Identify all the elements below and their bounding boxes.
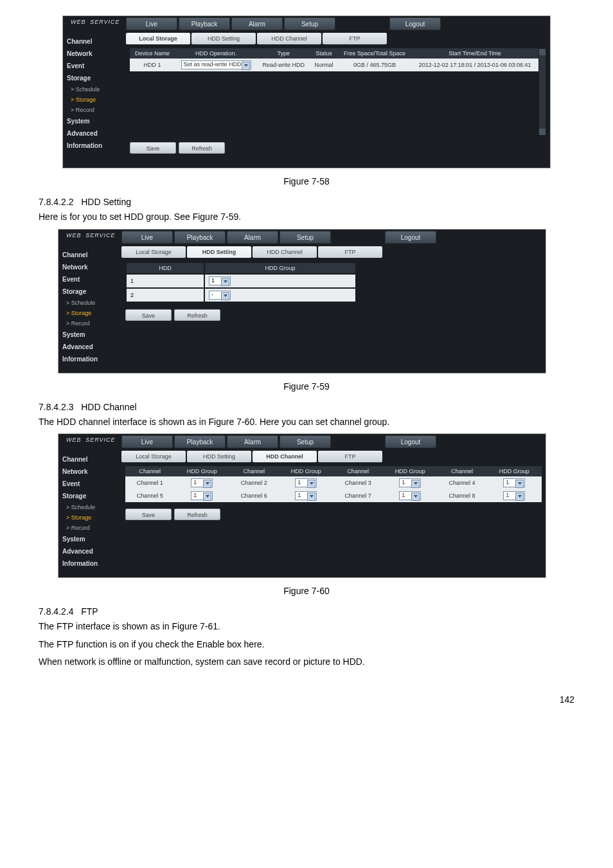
brand-logo: WEB SERVICE — [58, 230, 121, 245]
sidebar-schedule[interactable]: > Schedule — [63, 84, 126, 95]
sidebar-storage-sub[interactable]: > Storage — [58, 512, 121, 523]
refresh-button[interactable]: Refresh — [174, 509, 220, 520]
sidebar-network[interactable]: Network — [58, 466, 121, 478]
channel-group-select[interactable]: 1 — [399, 491, 421, 500]
tab-live[interactable]: Live — [126, 17, 177, 30]
cell-channel: Channel 2 — [229, 476, 278, 489]
figure-caption-59: Figure 7-59 — [39, 381, 574, 392]
sidebar-schedule[interactable]: > Schedule — [58, 298, 121, 308]
th-status: Status — [310, 48, 337, 59]
sidebar-network[interactable]: Network — [63, 48, 126, 60]
sidebar-channel[interactable]: Channel — [58, 249, 121, 261]
sidebar-information[interactable]: Information — [58, 557, 121, 570]
subtab-ftp[interactable]: FTP — [318, 246, 382, 258]
hdd-operation-select[interactable]: Set as read-write HDD — [181, 60, 251, 69]
tab-playback[interactable]: Playback — [179, 17, 230, 30]
channel-group-select[interactable]: 1 — [295, 491, 317, 500]
th-hdd-group: HDD Group — [382, 466, 438, 476]
sidebar-storage[interactable]: Storage — [58, 285, 121, 298]
tab-setup[interactable]: Setup — [280, 231, 331, 244]
tab-setup[interactable]: Setup — [284, 17, 335, 30]
refresh-button[interactable]: Refresh — [179, 142, 225, 154]
subtab-local-storage[interactable]: Local Storage — [121, 246, 186, 258]
channel-group-select[interactable]: 1 — [295, 478, 317, 487]
subtab-local-storage[interactable]: Local Storage — [126, 33, 190, 44]
sidebar-advanced[interactable]: Advanced — [58, 341, 121, 353]
tab-alarm[interactable]: Alarm — [227, 231, 278, 244]
sidebar-advanced[interactable]: Advanced — [63, 127, 126, 140]
sidebar-system[interactable]: System — [58, 533, 121, 545]
hdd-group-select[interactable]: - — [209, 291, 231, 300]
subtab-local-storage[interactable]: Local Storage — [121, 451, 186, 462]
th-channel: Channel — [438, 466, 486, 476]
channel-group-select[interactable]: 1 — [503, 478, 525, 487]
tab-playback[interactable]: Playback — [174, 435, 226, 448]
sidebar-storage-sub[interactable]: > Storage — [58, 308, 121, 318]
hdd-group-select[interactable]: 1 — [209, 276, 231, 285]
tab-alarm[interactable]: Alarm — [227, 435, 278, 448]
subtab-hdd-channel[interactable]: HDD Channel — [253, 246, 317, 258]
section-heading-hdd-setting: 7.8.4.2.2 HDD Setting — [39, 197, 574, 207]
sidebar-event[interactable]: Event — [63, 60, 126, 72]
sidebar-system[interactable]: System — [58, 329, 121, 341]
save-button[interactable]: Save — [130, 142, 176, 154]
subtab-ftp[interactable]: FTP — [318, 451, 382, 462]
tab-playback[interactable]: Playback — [174, 231, 226, 244]
subtab-hdd-channel[interactable]: HDD Channel — [253, 451, 317, 462]
sidebar-channel[interactable]: Channel — [58, 453, 121, 466]
save-button[interactable]: Save — [125, 509, 172, 520]
sidebar-storage[interactable]: Storage — [63, 72, 126, 84]
subtab-hdd-setting[interactable]: HDD Setting — [187, 246, 251, 258]
channel-group-select[interactable]: 1 — [399, 478, 421, 487]
cell-start-end: 2012-12-02 17:18:01 / 2013-01-06 03:06:4… — [411, 59, 538, 71]
sidebar-system[interactable]: System — [63, 115, 126, 127]
refresh-button[interactable]: Refresh — [174, 309, 220, 321]
sidebar-event[interactable]: Event — [58, 478, 121, 490]
sidebar-storage[interactable]: Storage — [58, 490, 121, 502]
figure-caption-60: Figure 7-60 — [39, 586, 574, 596]
local-storage-table: Device Name HDD Operation. Type Status F… — [130, 48, 538, 71]
vertical-scrollbar[interactable] — [538, 48, 546, 136]
tab-logout[interactable]: Logout — [389, 17, 441, 30]
cell-hdd: 1 — [127, 275, 204, 287]
body-text: Here is for you to set HDD group. See Fi… — [39, 211, 574, 224]
th-hdd-group: HDD Group — [174, 466, 229, 476]
subtab-ftp[interactable]: FTP — [323, 33, 387, 44]
sidebar-storage-sub[interactable]: > Storage — [63, 95, 126, 105]
sidebar-information[interactable]: Information — [63, 140, 126, 152]
tab-alarm[interactable]: Alarm — [231, 17, 283, 30]
th-hdd-operation: HDD Operation. — [175, 48, 257, 59]
app-header: WEB SERVICE Live Playback Alarm Setup Lo… — [58, 230, 546, 245]
sidebar: Channel Network Event Storage > Schedule… — [63, 32, 126, 168]
scroll-up-icon[interactable] — [539, 49, 546, 55]
tab-logout[interactable]: Logout — [385, 231, 436, 244]
section-heading-ftp: 7.8.4.2.4 FTP — [39, 606, 574, 617]
th-channel: Channel — [229, 466, 278, 476]
table-row: 2 - — [127, 289, 355, 302]
subtab-hdd-setting[interactable]: HDD Setting — [187, 451, 251, 462]
sidebar-information[interactable]: Information — [58, 353, 121, 365]
channel-group-select[interactable]: 1 — [191, 491, 213, 500]
sidebar-schedule[interactable]: > Schedule — [58, 502, 121, 512]
sidebar-event[interactable]: Event — [58, 273, 121, 285]
tab-live[interactable]: Live — [121, 435, 173, 448]
sidebar-record[interactable]: > Record — [58, 523, 121, 533]
channel-group-select[interactable]: 1 — [191, 478, 213, 487]
screenshot-hdd-channel: WEB SERVICE Live Playback Alarm Setup Lo… — [58, 433, 546, 578]
hdd-channel-table: Channel HDD Group Channel HDD Group Chan… — [125, 466, 542, 502]
tab-setup[interactable]: Setup — [280, 435, 331, 448]
table-row: Channel 5 1 Channel 6 1 Channel 7 1 Chan… — [125, 489, 542, 502]
sidebar-channel[interactable]: Channel — [63, 35, 126, 48]
sidebar-network[interactable]: Network — [58, 261, 121, 273]
channel-group-select[interactable]: 1 — [503, 491, 525, 500]
subtab-hdd-channel[interactable]: HDD Channel — [257, 33, 321, 44]
tab-logout[interactable]: Logout — [385, 435, 436, 448]
sidebar-advanced[interactable]: Advanced — [58, 545, 121, 557]
save-button[interactable]: Save — [125, 309, 172, 321]
cell-channel: Channel 6 — [229, 489, 278, 502]
scroll-down-icon[interactable] — [539, 129, 546, 135]
sidebar-record[interactable]: > Record — [58, 318, 121, 329]
tab-live[interactable]: Live — [121, 231, 173, 244]
sidebar-record[interactable]: > Record — [63, 105, 126, 115]
subtab-hdd-setting[interactable]: HDD Setting — [191, 33, 256, 44]
